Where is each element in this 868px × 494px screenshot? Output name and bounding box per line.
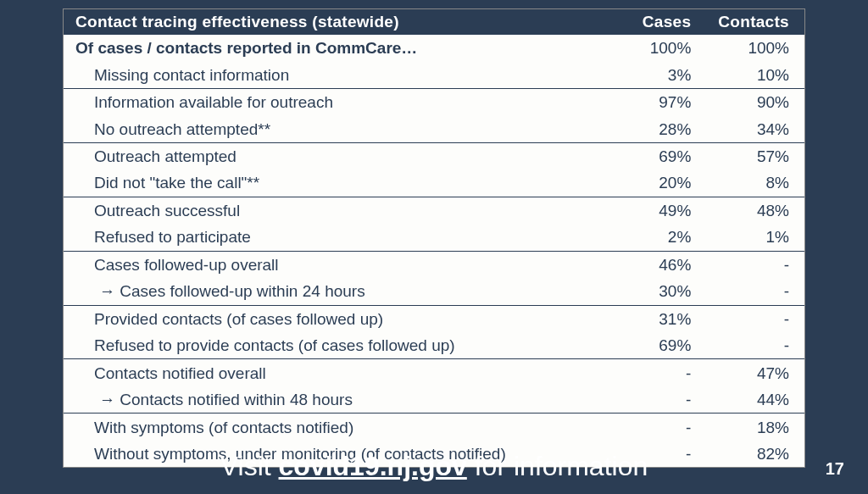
row-cases: - — [613, 386, 706, 414]
table-row: Information available for outreach97%90% — [64, 88, 804, 115]
row-contacts: 18% — [706, 414, 804, 441]
table-row: Outreach successful49%48% — [64, 197, 804, 224]
row-cases: 100% — [613, 35, 706, 61]
row-cases: 28% — [613, 115, 706, 142]
row-label: Of cases / contacts reported in CommCare… — [64, 35, 613, 61]
row-label: Cases followed-up overall — [64, 251, 613, 278]
table-row: Outreach attempted69%57% — [64, 142, 804, 169]
row-label: Outreach attempted — [64, 142, 613, 169]
table-row: Refused to participate2%1% — [64, 224, 804, 251]
table-row: → Cases followed-up within 24 hours30%- — [64, 278, 804, 305]
row-cases: 46% — [613, 251, 706, 278]
row-label: Refused to provide contacts (of cases fo… — [64, 332, 613, 359]
row-label: Missing contact information — [64, 61, 613, 88]
header-title: Contact tracing effectiveness (statewide… — [64, 9, 613, 35]
page-number: 17 — [826, 459, 844, 479]
table-row: With symptoms (of contacts notified)-18% — [64, 414, 804, 441]
row-contacts: 34% — [706, 115, 804, 142]
row-label: With symptoms (of contacts notified) — [64, 414, 613, 441]
row-contacts: - — [706, 305, 804, 332]
header-cases: Cases — [613, 9, 706, 35]
row-cases: - — [613, 359, 706, 386]
footer-text: Visit covid19.nj.gov for information — [0, 451, 868, 482]
table-row: No outreach attempted**28%34% — [64, 115, 804, 142]
row-cases: 97% — [613, 88, 706, 115]
table-row: Contacts notified overall-47% — [64, 359, 804, 386]
table-row: Did not "take the call"**20%8% — [64, 169, 804, 197]
row-contacts: 44% — [706, 386, 804, 414]
table-row: Cases followed-up overall46%- — [64, 251, 804, 278]
row-cases: 49% — [613, 197, 706, 224]
table-row: → Contacts notified within 48 hours-44% — [64, 386, 804, 414]
table-row: Provided contacts (of cases followed up)… — [64, 305, 804, 332]
row-label: → Contacts notified within 48 hours — [64, 386, 613, 414]
row-contacts: - — [706, 332, 804, 359]
header-contacts: Contacts — [706, 9, 804, 35]
row-cases: 31% — [613, 305, 706, 332]
row-label: No outreach attempted** — [64, 115, 613, 142]
row-contacts: 1% — [706, 224, 804, 251]
row-label: Provided contacts (of cases followed up) — [64, 305, 613, 332]
row-label: Refused to participate — [64, 224, 613, 251]
contact-tracing-table: Contact tracing effectiveness (statewide… — [64, 9, 804, 467]
row-label: Information available for outreach — [64, 88, 613, 115]
row-contacts: 48% — [706, 197, 804, 224]
row-cases: 2% — [613, 224, 706, 251]
row-contacts: 47% — [706, 359, 804, 386]
row-contacts: - — [706, 251, 804, 278]
table-row: Of cases / contacts reported in CommCare… — [64, 35, 804, 61]
row-cases: 3% — [613, 61, 706, 88]
row-contacts: 57% — [706, 142, 804, 169]
row-label: → Cases followed-up within 24 hours — [64, 278, 613, 305]
footer-prefix: Visit — [220, 451, 279, 481]
table-row: Missing contact information3%10% — [64, 61, 804, 88]
table-header-row: Contact tracing effectiveness (statewide… — [64, 9, 804, 35]
footer-suffix: for information — [467, 451, 648, 481]
table-row: Refused to provide contacts (of cases fo… — [64, 332, 804, 359]
row-cases: - — [613, 414, 706, 441]
row-contacts: 10% — [706, 61, 804, 88]
row-label: Outreach successful — [64, 197, 613, 224]
row-cases: 69% — [613, 332, 706, 359]
footer-link[interactable]: covid19.nj.gov — [279, 451, 467, 481]
row-cases: 69% — [613, 142, 706, 169]
row-contacts: 100% — [706, 35, 804, 61]
row-contacts: 90% — [706, 88, 804, 115]
row-contacts: 8% — [706, 169, 804, 197]
row-label: Did not "take the call"** — [64, 169, 613, 197]
row-contacts: - — [706, 278, 804, 305]
row-cases: 20% — [613, 169, 706, 197]
row-label: Contacts notified overall — [64, 359, 613, 386]
row-cases: 30% — [613, 278, 706, 305]
data-table-panel: Contact tracing effectiveness (statewide… — [63, 8, 805, 468]
